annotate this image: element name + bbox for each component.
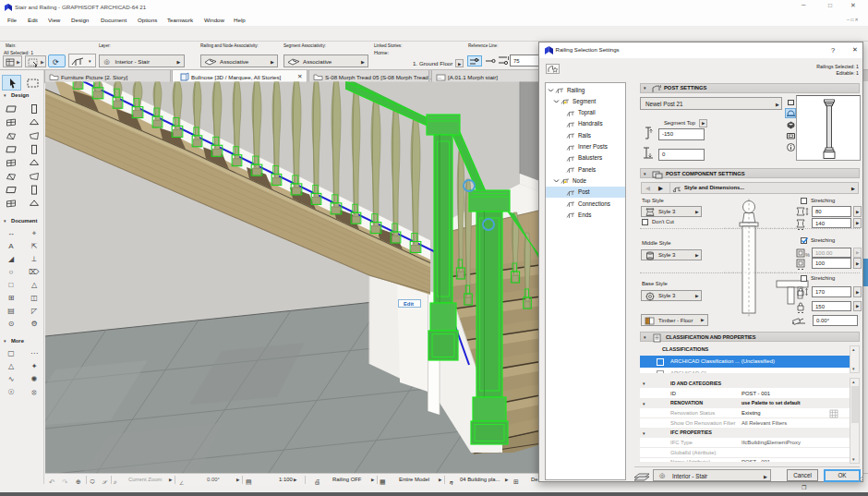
svg-text:%: % bbox=[805, 252, 810, 258]
